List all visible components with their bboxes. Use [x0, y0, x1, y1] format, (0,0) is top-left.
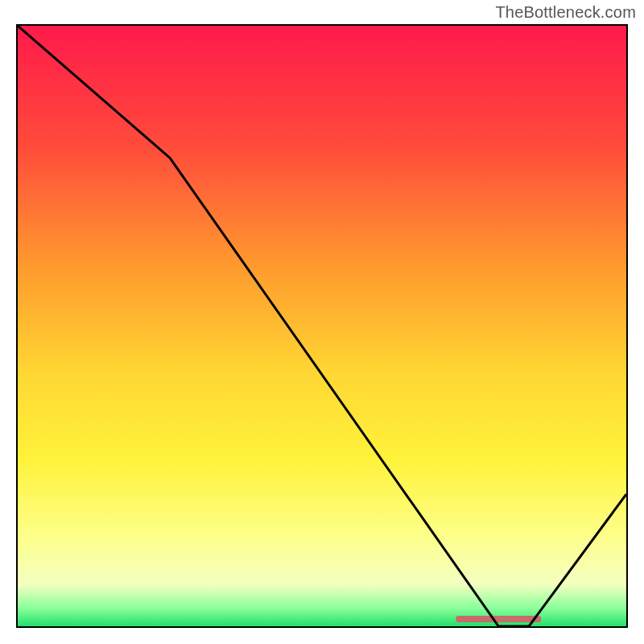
heat-background [18, 26, 626, 626]
bottleneck-chart [18, 26, 626, 626]
optimal-band-marker [456, 616, 541, 622]
chart-frame [16, 24, 628, 628]
watermark-text: TheBottleneck.com [495, 3, 636, 22]
